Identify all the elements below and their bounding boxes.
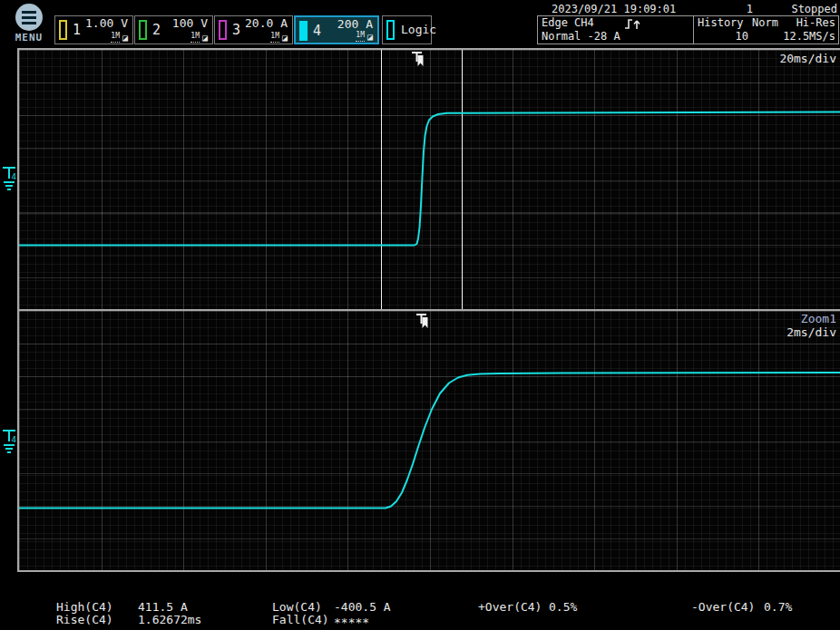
trigger-acquisition-panel[interactable]: Edge CH4 Normal -28 A History Norm Hi-Re… bbox=[537, 15, 839, 44]
acquisition-resolution: Hi-Res bbox=[796, 16, 835, 29]
measurement-rise-value: 1.62672ms bbox=[138, 613, 201, 626]
measurement-fall-label: Fall(C4) bbox=[272, 613, 329, 626]
channel-3-button[interactable]: 3 20.0 A 1M ◪ bbox=[214, 15, 293, 44]
channel-3-color-swatch bbox=[219, 20, 227, 40]
svg-text:4: 4 bbox=[12, 435, 16, 444]
acquisition-mode: Norm bbox=[752, 16, 778, 29]
hamburger-icon bbox=[15, 4, 43, 31]
channel-4-impedance: 1M bbox=[356, 31, 365, 42]
trigger-type-source: Edge CH4 bbox=[542, 16, 594, 29]
measurement-nover-label: -Over(C4) bbox=[691, 600, 755, 614]
channel-4-color-swatch bbox=[299, 21, 308, 41]
ch4-ground-level-marker[interactable]: 4 bbox=[0, 163, 20, 194]
channel-2-scale: 100 V bbox=[172, 16, 208, 30]
menu-button[interactable]: MENU bbox=[9, 4, 49, 44]
channel-2-button[interactable]: 2 100 V 1M ◪ bbox=[134, 15, 213, 44]
probe-icon: ◪ bbox=[367, 33, 373, 42]
channel-1-impedance: 1M bbox=[111, 32, 120, 43]
measurement-nover-value: 0.7% bbox=[764, 600, 792, 614]
logic-button[interactable]: Logic bbox=[382, 15, 432, 44]
sample-rate: 12.5MS/s bbox=[783, 30, 835, 43]
channel-2-number: 2 bbox=[152, 22, 161, 38]
probe-icon: ◪ bbox=[122, 34, 128, 43]
channel-4-scale: 200 A bbox=[337, 17, 373, 31]
channel-2-impedance: 1M bbox=[190, 32, 200, 43]
measurement-high-label: High(C4) bbox=[56, 600, 113, 614]
channel-2-color-swatch bbox=[139, 20, 147, 40]
channel-1-button[interactable]: 1 1.00 V 1M ◪ bbox=[54, 15, 133, 44]
channel-1-color-swatch bbox=[59, 20, 67, 40]
acquisition-count: 1 bbox=[717, 3, 753, 15]
channel-3-impedance: 1M bbox=[270, 32, 279, 43]
datetime: 2023/09/21 19:09:01 bbox=[552, 3, 676, 15]
measurement-pover-label: +Over(C4) bbox=[478, 600, 542, 614]
main-waveform-area: 20ms/div bbox=[17, 48, 840, 309]
probe-icon: ◪ bbox=[282, 34, 288, 43]
measurement-high-value: 411.5 A bbox=[138, 600, 188, 614]
channel-1-number: 1 bbox=[73, 22, 81, 38]
acquisition-settings[interactable]: History Norm Hi-Res 10 12.5MS/s bbox=[694, 16, 838, 44]
history-count: 10 bbox=[721, 30, 748, 43]
ch4-main-trace bbox=[19, 50, 840, 309]
channel-3-number: 3 bbox=[232, 22, 240, 38]
ch4-zoom-ground-level-marker[interactable]: 4 bbox=[0, 426, 20, 457]
history-label: History bbox=[698, 16, 744, 29]
zoom-waveform-area: Zoom1 2ms/div bbox=[17, 309, 840, 572]
ch4-zoom-trace bbox=[19, 311, 840, 570]
measurement-rise-label: Rise(C4) bbox=[56, 613, 113, 626]
channel-4-button[interactable]: 4 200 A 1M ◪ bbox=[294, 15, 379, 44]
logic-color-swatch bbox=[386, 20, 395, 40]
channel-1-scale: 1.00 V bbox=[85, 16, 128, 30]
logic-label: Logic bbox=[401, 23, 426, 36]
channel-3-scale: 20.0 A bbox=[245, 16, 288, 30]
measurement-fall-value: ***** bbox=[334, 615, 369, 629]
trigger-settings[interactable]: Edge CH4 Normal -28 A bbox=[538, 16, 694, 44]
rising-edge-icon bbox=[624, 18, 640, 30]
probe-icon: ◪ bbox=[202, 34, 208, 43]
measurement-low-value: -400.5 A bbox=[334, 600, 391, 614]
svg-text:4: 4 bbox=[12, 172, 16, 181]
channel-4-number: 4 bbox=[313, 23, 321, 39]
trigger-mode-level: Normal -28 A bbox=[542, 30, 620, 43]
measurement-low-label: Low(C4) bbox=[272, 600, 322, 614]
run-state: Stopped bbox=[791, 3, 837, 15]
measurement-pover-value: 0.5% bbox=[549, 600, 577, 614]
menu-label: MENU bbox=[9, 32, 49, 44]
